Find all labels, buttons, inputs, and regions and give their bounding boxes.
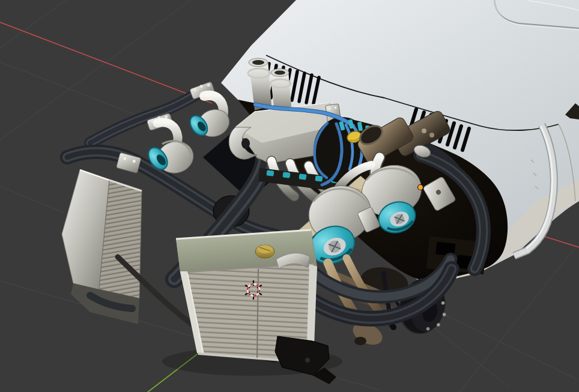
timing-cover-tan-plate [299,176,370,239]
carbon-pipe-left-upper[interactable] [90,91,202,143]
cowl-side-dark-wedge [565,103,579,119]
engine-bay-shadow [238,100,508,280]
fender-crease-line [559,124,575,201]
cam-cover-band [258,168,363,194]
radiator-cap[interactable] [255,245,274,258]
shock-absorber [383,271,392,327]
exhaust-header-2 [347,258,383,317]
coil-connectors-row [266,170,339,184]
viewport-background [0,0,579,392]
cowl-vents-left [264,64,319,103]
car-body-shell[interactable] [221,0,579,282]
engine-assembly[interactable] [67,58,456,279]
sway-bar [118,257,275,360]
bay-vent-panel [426,236,487,274]
valley-shadow [314,117,371,183]
diff-housing [358,264,410,300]
throttle-bore [241,138,250,149]
carbon-pipe-left-lower[interactable] [67,152,275,236]
control-arm-lower [332,288,414,315]
object-origin-dot[interactable] [418,185,423,190]
axis-x-line [0,22,579,247]
gold-wire-1 [332,189,365,196]
turbocharger-left-rear[interactable] [187,81,233,140]
exhaust-stack-pipes[interactable] [248,58,292,117]
turbocharger-right-rear[interactable] [356,158,456,237]
windshield-corner-line [494,0,579,28]
exhaust-header-1 [328,263,364,327]
plug-caps-teal [339,119,371,135]
cowl-vents-right [410,109,469,150]
throttle-bracket [229,127,257,159]
axis-y-line [148,324,237,392]
turbocharger-left-front[interactable] [145,113,197,177]
cursor-3d [245,280,262,300]
blender-3d-viewport[interactable] [0,0,579,392]
viewport-grid [0,0,578,392]
exhaust-collector [350,319,386,349]
control-arm-upper [327,271,411,306]
crank-pulley [213,196,249,227]
car-body[interactable] [221,0,579,282]
carbon-pipe-center-diagonal[interactable] [174,142,276,279]
turbocharger-right-front[interactable] [304,180,381,270]
fender-dimples [531,160,538,189]
downpipe-canister[interactable] [332,109,452,204]
rear-axle-assembly[interactable] [327,258,453,349]
car-body-lower-beige [474,180,579,273]
hood-gap-line [266,55,559,130]
sill-beige-strip [420,265,493,282]
radiator[interactable] [162,230,342,376]
intercooler-left[interactable] [62,152,142,324]
carbon-pipes-right[interactable] [287,143,484,319]
roof-edge-highlight [529,1,579,10]
engine-mount-block [275,336,336,384]
intercooler-shadow [71,283,139,324]
pulley-hub [226,206,237,217]
intake-plenum[interactable] [229,103,341,163]
front-cover-wedge [203,128,281,199]
brake-drum[interactable] [393,274,453,339]
gold-wire-2 [386,171,412,177]
fender-trim-strip [514,125,554,256]
intake-runners [271,161,359,202]
oil-cap-yellow [346,130,363,144]
windshield-corner-highlight [494,0,579,30]
ignition-wires [255,104,362,185]
